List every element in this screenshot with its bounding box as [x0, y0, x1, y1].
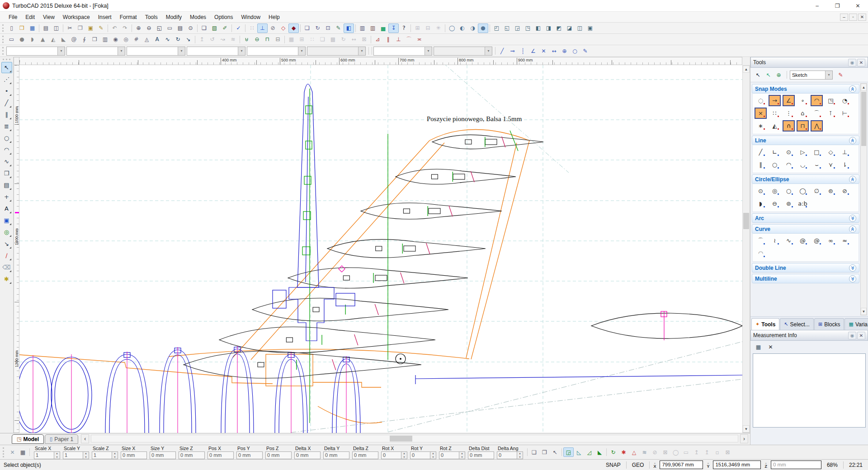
- calculator-icon[interactable]: ▦: [18, 447, 28, 457]
- maximize-button[interactable]: ❐: [827, 0, 848, 12]
- crossed-box-icon[interactable]: ⊠: [722, 447, 733, 457]
- pan-tool[interactable]: +: [1, 191, 12, 202]
- vertical-ruler[interactable]: 1500 mm1400 mm1300 mm: [14, 65, 19, 433]
- view-back-icon[interactable]: ◧: [533, 24, 543, 33]
- draft-render-icon[interactable]: ◑: [467, 24, 478, 33]
- view-right-icon[interactable]: ◲: [512, 24, 523, 33]
- cancel-selection-icon[interactable]: ✕: [7, 447, 18, 457]
- node-edit-tool[interactable]: ⋰: [1, 74, 12, 85]
- chevron-icon[interactable]: ≪: [849, 226, 856, 233]
- vertex-snap-icon[interactable]: ◇: [278, 24, 288, 33]
- zoom-level[interactable]: 68%: [825, 462, 840, 468]
- palette-scrollbar[interactable]: ▲ ▼: [860, 83, 867, 315]
- rect-off-icon[interactable]: ▭: [681, 447, 691, 457]
- curve-spline-icon[interactable]: @: [797, 235, 809, 246]
- palette-node-icon[interactable]: ↖: [763, 70, 774, 80]
- circle-concentric-icon[interactable]: ◎: [769, 185, 781, 197]
- view-iso-se-icon[interactable]: ◫: [575, 24, 585, 33]
- image-tool[interactable]: ▣: [1, 215, 12, 226]
- view-iso-nw-icon[interactable]: ◪: [564, 24, 575, 33]
- snap-no-icon[interactable]: ◌: [755, 95, 767, 106]
- multiline-tool[interactable]: ≣: [1, 121, 12, 132]
- snap-magnetic-icon[interactable]: ∩: [783, 120, 795, 132]
- tab-paper1[interactable]: ▯Paper 1: [45, 434, 78, 444]
- spline-3d-icon[interactable]: ∿: [162, 35, 173, 44]
- snap-quadrant-icon[interactable]: ◔: [839, 95, 851, 106]
- menu-options[interactable]: Options: [210, 12, 237, 22]
- scroll-up-icon[interactable]: ▲: [861, 84, 867, 91]
- circle-3point-icon[interactable]: ◯: [797, 185, 809, 197]
- assemble-icon[interactable]: ⊿: [373, 35, 383, 44]
- input-delta-x[interactable]: 0 mm: [294, 451, 321, 459]
- input-size-y[interactable]: 0 mm: [150, 451, 176, 459]
- spell-check-icon[interactable]: ✓: [233, 24, 244, 33]
- sheet-scroll-right[interactable]: ›: [740, 434, 748, 443]
- toolbar-grip[interactable]: [3, 59, 10, 61]
- ellipse-diagonal-icon[interactable]: ⊖: [769, 198, 781, 209]
- snap-divide-icon[interactable]: ⋮: [783, 108, 795, 119]
- horizontal-scroll-thumb[interactable]: [390, 436, 412, 442]
- child-restore-button[interactable]: ▫: [849, 14, 857, 21]
- tab-varia[interactable]: ▦Varia...: [844, 318, 868, 330]
- torus-icon[interactable]: ◎: [121, 35, 131, 44]
- line-tangent-arc-icon[interactable]: ◠: [783, 159, 795, 170]
- spinner[interactable]: ▲▼: [430, 451, 436, 459]
- hatch-tool[interactable]: ∕: [1, 250, 12, 261]
- section-header[interactable]: Multiline≪: [752, 274, 859, 283]
- snap-angle-icon[interactable]: ⋀: [811, 120, 823, 132]
- circle-off-icon[interactable]: ◯: [670, 447, 681, 457]
- insert-picture-icon[interactable]: ▧: [209, 24, 220, 33]
- selection-info-icon[interactable]: ▥: [368, 24, 378, 33]
- zoom-previous-icon[interactable]: ⊙: [185, 24, 196, 33]
- circle-tangent-icon[interactable]: ∅: [811, 185, 823, 197]
- rotate-entity-icon[interactable]: ↻: [312, 24, 323, 33]
- input-size-x[interactable]: 0 mm: [121, 451, 147, 459]
- print-preview-icon[interactable]: ◫: [51, 24, 61, 33]
- facet-mesh-icon[interactable]: ▩: [328, 35, 338, 44]
- copy-at-point-icon[interactable]: ❏: [529, 447, 539, 457]
- chevron-icon[interactable]: ≪: [849, 264, 856, 272]
- view-iso-sw-icon[interactable]: ▣: [585, 24, 595, 33]
- circle-tan-arc-icon[interactable]: ◗: [755, 198, 767, 209]
- copy-bezier-icon[interactable]: ↖: [550, 447, 560, 457]
- line-parallel-icon[interactable]: ∥: [755, 159, 767, 170]
- copy-entity-icon[interactable]: ❏: [302, 24, 312, 33]
- view-iso-ne-icon[interactable]: ◩: [554, 24, 564, 33]
- facet-rotate-icon[interactable]: ↻: [338, 35, 349, 44]
- table-icon[interactable]: ▦: [753, 343, 764, 352]
- tab-select[interactable]: ↖Select...: [780, 318, 814, 330]
- input-size-z[interactable]: 0 mm: [179, 451, 205, 459]
- eraser-tool[interactable]: ⌫: [1, 262, 12, 273]
- line-branch-icon[interactable]: ⋎: [825, 159, 837, 170]
- line-circle-icon[interactable]: ⊙: [783, 146, 795, 158]
- box-tool[interactable]: ❒: [1, 168, 12, 179]
- revolve-icon[interactable]: ↺: [207, 35, 217, 44]
- section-header[interactable]: Line≪: [752, 136, 859, 145]
- format-painter-icon[interactable]: ✎: [96, 24, 106, 33]
- input-pos-x[interactable]: 0 mm: [208, 451, 234, 459]
- input-scale-y[interactable]: 1: [63, 451, 83, 459]
- zoom-page-icon[interactable]: ▤: [175, 24, 185, 33]
- menu-edit[interactable]: Edit: [21, 12, 39, 22]
- snap-nearest-icon[interactable]: →: [769, 95, 781, 106]
- point-tool[interactable]: •: [1, 85, 12, 97]
- ruler-corner[interactable]: [14, 57, 19, 65]
- scroll-down-icon[interactable]: ▼: [861, 308, 867, 315]
- print-icon[interactable]: ▤: [41, 24, 51, 33]
- ellipse-icon[interactable]: ⊜: [825, 185, 837, 197]
- scroll-down-icon[interactable]: ▼: [743, 425, 750, 432]
- workplane-by-face-icon[interactable]: ◲: [563, 447, 574, 457]
- no-draw-icon[interactable]: ⊘: [650, 447, 660, 457]
- workplane-facet-icon[interactable]: ◣: [594, 447, 605, 457]
- half-cone-icon[interactable]: ◭: [48, 35, 58, 44]
- rotate-3d-icon[interactable]: ↻: [173, 35, 183, 44]
- child-minimize-button[interactable]: –: [840, 14, 848, 21]
- arc-tool[interactable]: ◠: [1, 144, 12, 155]
- canvas-vertical-scrollbar[interactable]: ▲ ▼: [742, 65, 750, 433]
- pin-icon[interactable]: ◉: [848, 332, 856, 339]
- constraint-symmetric-icon[interactable]: ≍: [414, 35, 425, 44]
- close-panel-icon[interactable]: ✕: [857, 332, 865, 339]
- add-circle-icon[interactable]: ○: [570, 46, 580, 56]
- menu-tools[interactable]: Tools: [141, 12, 162, 22]
- select-tool[interactable]: ↖: [1, 62, 12, 73]
